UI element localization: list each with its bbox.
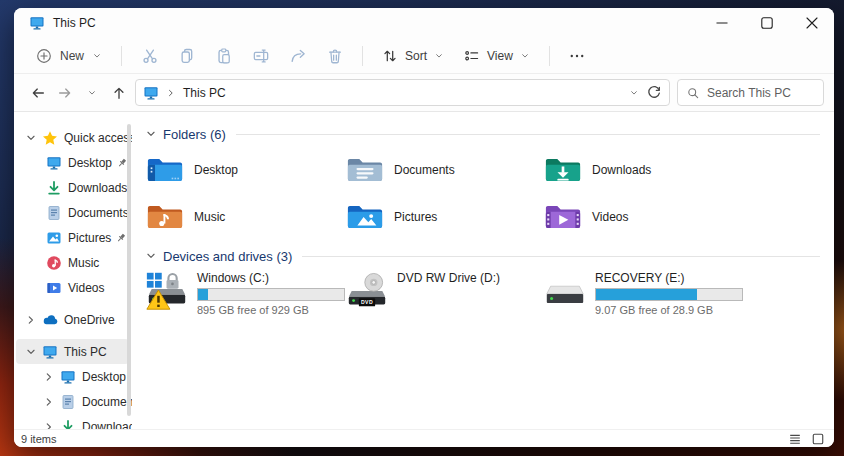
titlebar: This PC (14, 8, 834, 38)
sidebar-item-thispc-documents[interactable]: Documents (16, 389, 129, 414)
close-button[interactable] (789, 8, 834, 38)
sidebar-item-desktop[interactable]: Desktop (16, 150, 129, 175)
folder-tile-music[interactable]: Music (146, 198, 346, 235)
cut-button[interactable] (131, 42, 168, 70)
chevron-down-icon[interactable] (144, 249, 158, 263)
desktop-folder-icon (146, 154, 184, 185)
maximize-button[interactable] (744, 8, 789, 38)
forward-button[interactable] (51, 79, 78, 106)
section-header-folders[interactable]: Folders (6) (144, 125, 820, 143)
sidebar-item-thispc-desktop[interactable]: Desktop (16, 364, 129, 389)
recent-locations-button[interactable] (78, 79, 105, 106)
window-body: Quick access Desktop Downloads Documents… (14, 112, 834, 429)
copy-button[interactable] (168, 42, 205, 70)
folders-grid: Desktop Documents Downloads Music Pictur… (144, 146, 820, 247)
folder-tile-downloads[interactable]: Downloads (544, 151, 820, 188)
chevron-right-icon[interactable] (24, 313, 38, 327)
refresh-icon[interactable] (646, 85, 662, 101)
folder-label: Music (194, 210, 225, 224)
this-pc-icon (143, 85, 159, 101)
plus-circle-icon (35, 47, 53, 65)
rename-button[interactable] (242, 42, 279, 70)
toolbar-separator (549, 46, 550, 66)
delete-button[interactable] (316, 42, 353, 70)
recovery-drive-icon (542, 271, 588, 311)
section-title: Devices and drives (3) (163, 249, 292, 264)
capacity-fill (596, 289, 697, 300)
view-button[interactable]: View (454, 42, 540, 70)
search-input[interactable] (707, 86, 815, 100)
this-pc-icon (42, 344, 58, 360)
drive-name: DVD RW Drive (D:) (397, 272, 500, 285)
toolbar-separator (121, 46, 122, 66)
view-button-label: View (487, 49, 513, 63)
sidebar-gap (14, 300, 132, 307)
toolbar-separator (362, 46, 363, 66)
sidebar-item-label: Desktop (82, 370, 126, 384)
sidebar-item-thispc-downloads[interactable]: Downloads (16, 414, 129, 429)
sidebar-scrollbar[interactable] (127, 124, 131, 416)
folder-tile-documents[interactable]: Documents (346, 151, 544, 188)
breadcrumb-chevron-icon (165, 87, 177, 99)
up-button[interactable] (105, 79, 132, 106)
search-box[interactable] (677, 79, 824, 106)
chevron-right-icon[interactable] (42, 370, 56, 384)
sidebar-item-documents[interactable]: Documents (16, 200, 129, 225)
this-pc-icon (29, 15, 45, 31)
sidebar-item-quick-access[interactable]: Quick access (16, 125, 129, 150)
chevron-down-icon[interactable] (24, 131, 38, 145)
new-button[interactable]: New (26, 42, 112, 70)
folder-tile-desktop[interactable]: Desktop (146, 151, 346, 188)
sidebar-item-music[interactable]: Music (16, 250, 129, 275)
pin-icon (115, 232, 127, 244)
new-button-label: New (60, 49, 84, 63)
chevron-down-icon[interactable] (24, 345, 38, 359)
back-button[interactable] (24, 79, 51, 106)
sidebar-gap (14, 332, 132, 339)
breadcrumb[interactable]: This PC (183, 86, 226, 100)
sidebar-item-pictures[interactable]: Pictures (16, 225, 129, 250)
see-more-button[interactable] (559, 42, 596, 70)
drive-tile-windows-c[interactable]: Windows (C:) 895 GB free of 929 GB (144, 271, 344, 316)
minimize-button[interactable] (699, 8, 744, 38)
pictures-folder-icon (346, 201, 384, 232)
details-view-icon[interactable] (788, 432, 802, 446)
drive-tile-recovery-e[interactable]: RECOVERY (E:) 9.07 GB free of 28.9 GB (542, 271, 820, 316)
chevron-down-icon (433, 50, 445, 62)
paste-button[interactable] (205, 42, 242, 70)
address-bar[interactable]: This PC (135, 79, 670, 106)
chevron-right-icon[interactable] (42, 395, 56, 409)
sidebar-item-this-pc[interactable]: This PC (16, 339, 129, 364)
downloads-folder-icon (544, 154, 582, 185)
command-toolbar: New Sort View (14, 38, 834, 74)
drive-tile-dvd-d[interactable]: DVD RW Drive (D:) (344, 271, 542, 316)
large-icons-view-icon[interactable] (811, 432, 825, 446)
sidebar-item-label: This PC (64, 345, 107, 359)
section-divider (236, 134, 820, 135)
folder-tile-pictures[interactable]: Pictures (346, 198, 544, 235)
folder-tile-videos[interactable]: Videos (544, 198, 820, 235)
delete-icon (326, 47, 344, 65)
sidebar-item-label: Downloads (82, 420, 132, 430)
sort-button[interactable]: Sort (372, 42, 454, 70)
sidebar-item-label: Documents (68, 206, 129, 220)
videos-icon (46, 280, 62, 296)
cut-icon (141, 47, 159, 65)
sidebar-item-videos[interactable]: Videos (16, 275, 129, 300)
chevron-down-icon (519, 50, 531, 62)
section-header-devices[interactable]: Devices and drives (3) (144, 247, 820, 265)
chevron-down-icon[interactable] (144, 127, 158, 141)
items-view: Folders (6) Desktop Documents Downloads (132, 112, 834, 429)
sidebar-item-onedrive[interactable]: OneDrive (16, 307, 129, 332)
address-dropdown-icon[interactable] (628, 87, 640, 99)
sidebar-item-label: Documents (82, 395, 132, 409)
sidebar-item-label: Pictures (68, 231, 111, 245)
chevron-right-icon[interactable] (42, 420, 56, 430)
share-icon (289, 47, 307, 65)
sidebar-item-downloads[interactable]: Downloads (16, 175, 129, 200)
rename-icon (252, 47, 270, 65)
window-controls (699, 8, 834, 38)
minimize-icon (713, 14, 731, 32)
share-button[interactable] (279, 42, 316, 70)
close-icon (803, 14, 821, 32)
